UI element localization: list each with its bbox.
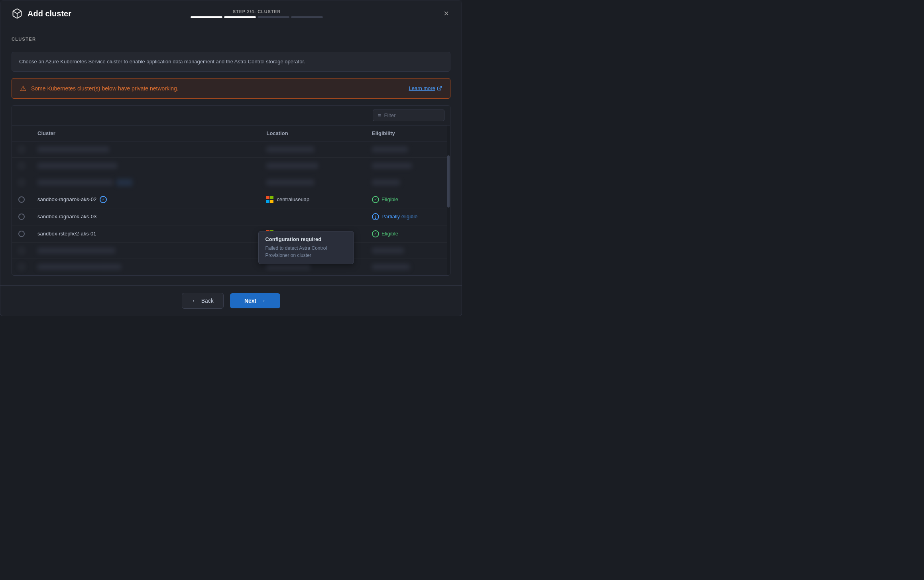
warning-left: ⚠ Some Kubernetes cluster(s) below have … [20, 84, 179, 93]
step-seg-4 [291, 16, 323, 18]
modal-footer: ← Back Next → [0, 285, 462, 316]
row-radio-02[interactable] [18, 196, 25, 203]
section-label: CLUSTER [12, 37, 450, 45]
location-cell [260, 141, 366, 157]
eligibility-cell [366, 141, 450, 157]
modal-body: CLUSTER Choose an Azure Kubernetes Servi… [0, 27, 462, 285]
filter-icon: ≡ [378, 112, 381, 118]
learn-more-link[interactable]: Learn more [409, 85, 442, 91]
eligibility-cell-04: ✓ Eligible [366, 225, 450, 242]
partial-badge-03[interactable]: i Partially eligible [372, 213, 444, 220]
row-radio[interactable] [18, 247, 25, 254]
cluster-name-03: sandbox-ragnarok-aks-03 [37, 214, 96, 219]
cluster-table-container: ≡ Cluster Location Eligibility [12, 105, 450, 276]
table-row [12, 259, 450, 275]
eligibility-cell [366, 259, 450, 275]
cluster-name-cell [31, 174, 260, 191]
warning-icon: ⚠ [20, 84, 26, 93]
step-label: STEP 2/4: CLUSTER [233, 9, 281, 14]
eligible-check-02: ✓ [372, 196, 379, 203]
filter-input-wrapper[interactable]: ≡ [373, 110, 444, 121]
cluster-name-04: sandbox-rstephe2-aks-01 [37, 231, 96, 237]
cluster-name-cell [31, 259, 260, 275]
table-row[interactable]: sandbox-ragnarok-aks-03 Configuration re… [12, 208, 450, 225]
row-radio-03[interactable] [18, 214, 25, 220]
cluster-cell-04: sandbox-rstephe2-aks-01 [31, 225, 260, 242]
eligibility-cell [366, 157, 450, 174]
row-radio[interactable] [18, 163, 25, 169]
scrollbar-thumb[interactable] [447, 155, 450, 208]
eligible-text-02: Eligible [381, 196, 398, 202]
table-toolbar: ≡ [12, 106, 450, 125]
table-row [12, 174, 450, 191]
location-cell [260, 174, 366, 191]
location-text-02: centraluseuap [277, 196, 309, 202]
back-button[interactable]: ← Back [182, 293, 224, 309]
tooltip-title: Configuration required [265, 236, 347, 242]
th-select [12, 125, 31, 141]
table-row [12, 242, 450, 259]
svg-rect-4 [266, 200, 269, 203]
eligible-check-04: ✓ [372, 230, 379, 237]
row-radio[interactable] [18, 264, 25, 270]
external-link-icon [437, 86, 442, 91]
row-radio-04[interactable] [18, 231, 25, 237]
warning-text: Some Kubernetes cluster(s) below have pr… [31, 85, 179, 92]
svg-rect-3 [270, 196, 273, 199]
radio-cell [12, 259, 31, 275]
tooltip-popup: Configuration required Failed to detect … [258, 231, 354, 264]
svg-rect-2 [266, 196, 269, 199]
cluster-cell-03: sandbox-ragnarok-aks-03 [31, 208, 260, 225]
radio-cell-02 [12, 191, 31, 208]
eligibility-cell [366, 242, 450, 259]
eligibility-cell-03: i Partially eligible [366, 208, 450, 225]
row-radio[interactable] [18, 146, 25, 153]
add-cluster-modal: Add cluster STEP 2/4: CLUSTER × CLUSTER … [0, 0, 462, 316]
th-eligibility: Eligibility [366, 125, 450, 141]
row-radio[interactable] [18, 179, 25, 186]
table-row[interactable]: sandbox-ragnarok-aks-02 ✓ [12, 191, 450, 208]
radio-cell [12, 157, 31, 174]
partial-info-03: i [372, 213, 379, 220]
warning-banner: ⚠ Some Kubernetes cluster(s) below have … [12, 78, 450, 99]
th-cluster: Cluster [31, 125, 260, 141]
step-seg-3 [258, 16, 289, 18]
table-scroll[interactable]: Cluster Location Eligibility [12, 125, 450, 275]
verified-badge-02: ✓ [100, 196, 107, 203]
next-arrow-icon: → [260, 297, 266, 304]
location-cell-02: centraluseuap [260, 191, 366, 208]
radio-cell [12, 174, 31, 191]
radio-cell-04 [12, 225, 31, 242]
scrollbar-track[interactable] [447, 125, 450, 275]
eligible-text-04: Eligible [381, 231, 398, 237]
close-button[interactable]: × [442, 8, 450, 20]
ms-logo-02 [266, 196, 273, 203]
step-seg-1 [191, 16, 222, 18]
back-arrow-icon: ← [192, 297, 198, 304]
table-row [12, 141, 450, 157]
step-bar [191, 16, 323, 18]
cluster-cell-02: sandbox-ragnarok-aks-02 ✓ [31, 191, 260, 208]
location-cell-03: Configuration required Failed to detect … [260, 208, 366, 225]
filter-input[interactable] [384, 112, 439, 118]
description-box: Choose an Azure Kubernetes Service clust… [12, 52, 450, 72]
step-seg-2 [224, 16, 256, 18]
svg-line-1 [439, 86, 441, 89]
table-row[interactable]: sandbox-rstephe2-aks-01 [12, 225, 450, 242]
cluster-name-cell [31, 242, 260, 259]
cluster-name-02: sandbox-ragnarok-aks-02 [37, 196, 96, 202]
next-button[interactable]: Next → [230, 293, 280, 308]
partial-text-03: Partially eligible [381, 214, 417, 219]
radio-cell [12, 141, 31, 157]
modal-header: Add cluster STEP 2/4: CLUSTER × [0, 0, 462, 27]
location-cell [260, 157, 366, 174]
tooltip-body: Failed to detect Astra Control Provision… [265, 245, 347, 259]
eligibility-cell [366, 174, 450, 191]
cluster-name-cell [31, 157, 260, 174]
cluster-icon [12, 8, 23, 19]
step-indicator: STEP 2/4: CLUSTER [191, 9, 323, 18]
radio-cell [12, 242, 31, 259]
table-row [12, 157, 450, 174]
header-left: Add cluster [12, 8, 71, 19]
th-location: Location [260, 125, 366, 141]
